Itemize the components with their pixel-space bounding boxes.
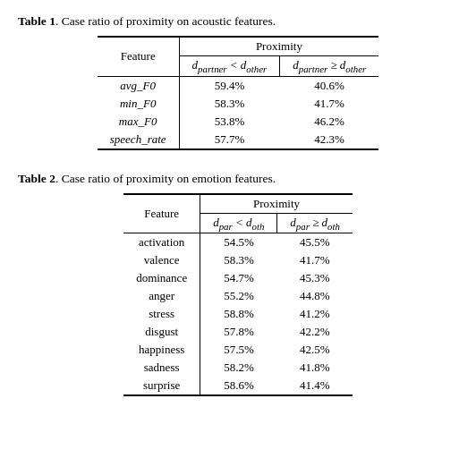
table2-feature-header: Feature — [123, 194, 200, 233]
table1-proximity-header: Proximity — [179, 37, 378, 56]
table-row: happiness 57.5% 42.5% — [123, 341, 353, 359]
table-row: valence 58.3% 41.7% — [123, 251, 353, 269]
table2-row9-feature: surprise — [123, 377, 200, 395]
table2: Feature Proximity dpar < doth dpar ≥ dot… — [123, 193, 353, 397]
table1-row1-feature: avg_F0 — [98, 76, 179, 95]
table2-row8-feature: sadness — [123, 359, 200, 377]
table2-col-geq: dpar ≥ doth — [277, 213, 353, 233]
table1-row3-geq: 46.2% — [280, 113, 379, 131]
table1-row4-less: 57.7% — [179, 131, 280, 149]
table2-title-text: . Case ratio of proximity on emotion fea… — [55, 172, 276, 185]
table-row: min_F0 58.3% 41.7% — [98, 95, 378, 113]
table1-section: Table 1. Case ratio of proximity on acou… — [18, 14, 458, 150]
table-row: disgust 57.8% 42.2% — [123, 323, 353, 341]
table-row: anger 55.2% 44.8% — [123, 287, 353, 305]
table2-row6-feature: disgust — [123, 323, 200, 341]
table2-row7-feature: happiness — [123, 341, 200, 359]
table-row: stress 58.8% 41.2% — [123, 305, 353, 323]
table2-row9-geq: 41.4% — [277, 377, 353, 395]
table1-col-less: dpartner < dother — [179, 56, 280, 77]
table2-row6-geq: 42.2% — [277, 323, 353, 341]
table2-row1-less: 54.5% — [200, 233, 277, 252]
table2-row1-geq: 45.5% — [277, 233, 353, 252]
table1-feature-header: Feature — [98, 37, 179, 76]
table2-row3-geq: 45.3% — [277, 269, 353, 287]
table2-col-less: dpar < doth — [200, 213, 277, 233]
table-row: activation 54.5% 45.5% — [123, 233, 353, 252]
table1-title-bold: Table 1 — [18, 14, 55, 28]
table2-row2-feature: valence — [123, 251, 200, 269]
table-row: avg_F0 59.4% 40.6% — [98, 76, 378, 95]
table-row: surprise 58.6% 41.4% — [123, 377, 353, 395]
table2-proximity-header: Proximity — [200, 194, 353, 214]
table1-title-text: . Case ratio of proximity on acoustic fe… — [55, 14, 276, 28]
table2-row5-less: 58.8% — [200, 305, 277, 323]
table2-row4-less: 55.2% — [200, 287, 277, 305]
table2-section: Table 2. Case ratio of proximity on emot… — [18, 172, 458, 397]
table2-row3-feature: dominance — [123, 269, 200, 287]
table-row: max_F0 53.8% 46.2% — [98, 113, 378, 131]
table2-row9-less: 58.6% — [200, 377, 277, 395]
table1: Feature Proximity dpartner < dother dpar… — [98, 36, 378, 150]
table2-row1-feature: activation — [123, 233, 200, 252]
table1-row4-geq: 42.3% — [280, 131, 379, 149]
table1-header-row1: Feature Proximity — [98, 37, 378, 56]
table2-row5-feature: stress — [123, 305, 200, 323]
table2-row3-less: 54.7% — [200, 269, 277, 287]
table1-row3-feature: max_F0 — [98, 113, 179, 131]
table2-row2-geq: 41.7% — [277, 251, 353, 269]
table2-row8-geq: 41.8% — [277, 359, 353, 377]
table2-row7-less: 57.5% — [200, 341, 277, 359]
table2-row5-geq: 41.2% — [277, 305, 353, 323]
table2-title-bold: Table 2 — [18, 172, 55, 185]
table2-row4-feature: anger — [123, 287, 200, 305]
table1-row2-geq: 41.7% — [280, 95, 379, 113]
table1-row4-feature: speech_rate — [98, 131, 179, 149]
table1-row2-less: 58.3% — [179, 95, 280, 113]
table1-col-geq: dpartner ≥ dother — [280, 56, 379, 77]
table2-row8-less: 58.2% — [200, 359, 277, 377]
table2-row7-geq: 42.5% — [277, 341, 353, 359]
table-row: speech_rate 57.7% 42.3% — [98, 131, 378, 149]
table1-row1-geq: 40.6% — [280, 76, 379, 95]
table1-title: Table 1. Case ratio of proximity on acou… — [18, 14, 458, 29]
table-row: dominance 54.7% 45.3% — [123, 269, 353, 287]
table2-header-row1: Feature Proximity — [123, 194, 353, 214]
table2-row2-less: 58.3% — [200, 251, 277, 269]
table1-row3-less: 53.8% — [179, 113, 280, 131]
table2-row4-geq: 44.8% — [277, 287, 353, 305]
table1-row1-less: 59.4% — [179, 76, 280, 95]
table2-title: Table 2. Case ratio of proximity on emot… — [18, 172, 458, 186]
table1-row2-feature: min_F0 — [98, 95, 179, 113]
table-row: sadness 58.2% 41.8% — [123, 359, 353, 377]
table2-row6-less: 57.8% — [200, 323, 277, 341]
